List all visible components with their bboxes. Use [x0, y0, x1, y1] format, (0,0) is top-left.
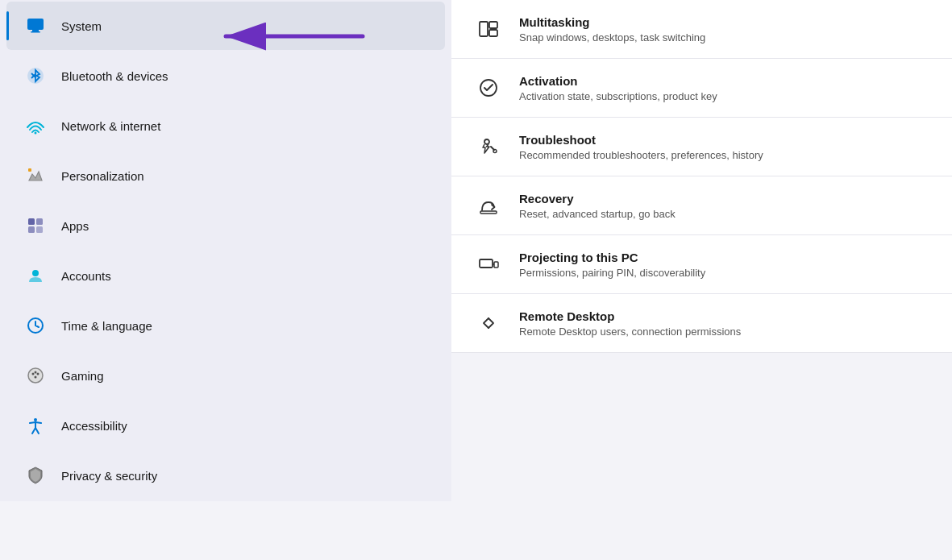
svg-rect-2 — [31, 31, 40, 33]
privacy-icon — [23, 463, 48, 488]
svg-rect-27 — [494, 262, 498, 268]
network-icon — [23, 113, 48, 139]
sidebar-item-gaming[interactable]: Gaming — [6, 351, 445, 400]
snap-settings-icon — [474, 15, 503, 44]
settings-title-activation: Activation — [519, 74, 717, 88]
svg-rect-21 — [489, 30, 497, 36]
svg-rect-6 — [28, 218, 35, 225]
svg-point-10 — [32, 270, 39, 276]
sidebar-item-label-gaming: Gaming — [61, 369, 104, 383]
sidebar-item-personalization[interactable]: Personalization — [6, 151, 445, 200]
settings-desc-activation: Activation state, subscriptions, product… — [519, 90, 717, 102]
settings-desc-recovery: Reset, advanced startup, go back — [519, 208, 676, 220]
settings-item-activation[interactable]: ActivationActivation state, subscription… — [451, 59, 952, 118]
settings-item-snap[interactable]: MultitaskingSnap windows, desktops, task… — [451, 0, 952, 59]
svg-rect-19 — [480, 22, 488, 36]
personalization-icon — [23, 163, 48, 189]
sidebar-item-network[interactable]: Network & internet — [6, 102, 445, 150]
svg-point-4 — [35, 132, 37, 135]
svg-rect-9 — [36, 226, 43, 233]
apps-icon — [23, 213, 48, 239]
svg-rect-25 — [480, 211, 497, 214]
sidebar-item-label-bluetooth: Bluetooth & devices — [61, 69, 168, 83]
sidebar-item-label-personalization: Personalization — [61, 169, 144, 183]
sidebar-item-label-accessibility: Accessibility — [61, 419, 127, 433]
settings-title-troubleshoot: Troubleshoot — [519, 133, 763, 147]
sidebar-item-label-privacy: Privacy & security — [61, 469, 157, 483]
settings-desc-troubleshoot: Recommended troubleshooters, preferences… — [519, 149, 763, 161]
settings-title-snap: Multitasking — [519, 15, 705, 29]
remotedesktop-settings-icon — [474, 309, 503, 338]
sidebar-item-label-network: Network & internet — [61, 119, 160, 133]
sidebar-item-apps[interactable]: Apps — [6, 201, 445, 250]
settings-title-recovery: Recovery — [519, 192, 676, 205]
gaming-icon — [23, 363, 48, 388]
settings-item-remotedesktop[interactable]: Remote DesktopRemote Desktop users, conn… — [451, 294, 952, 353]
bluetooth-icon — [23, 63, 48, 89]
svg-rect-8 — [28, 226, 35, 233]
settings-desc-remotedesktop: Remote Desktop users, connection permiss… — [519, 326, 741, 338]
settings-desc-snap: Snap windows, desktops, task switching — [519, 31, 705, 44]
svg-rect-5 — [28, 168, 31, 172]
svg-point-13 — [32, 373, 35, 375]
svg-rect-1 — [32, 30, 39, 31]
settings-title-remotedesktop: Remote Desktop — [519, 309, 741, 323]
settings-item-troubleshoot[interactable]: TroubleshootRecommended troubleshooters,… — [451, 118, 952, 176]
svg-rect-7 — [36, 218, 43, 225]
time-icon — [23, 313, 48, 338]
system-icon — [23, 13, 48, 39]
svg-rect-26 — [480, 259, 493, 268]
svg-rect-20 — [489, 22, 497, 28]
svg-point-15 — [35, 376, 37, 379]
sidebar-item-accessibility[interactable]: Accessibility — [6, 401, 445, 450]
troubleshoot-settings-icon — [474, 132, 503, 161]
recovery-settings-icon — [474, 191, 503, 220]
svg-point-23 — [484, 139, 489, 144]
svg-point-14 — [37, 373, 39, 375]
activation-settings-icon — [474, 73, 503, 102]
sidebar-item-system[interactable]: System — [6, 2, 445, 50]
settings-item-recovery[interactable]: RecoveryReset, advanced startup, go back — [451, 176, 952, 235]
svg-rect-0 — [27, 19, 44, 30]
sidebar-item-accounts[interactable]: Accounts — [6, 251, 445, 300]
accounts-icon — [23, 263, 48, 288]
svg-point-16 — [35, 371, 37, 374]
projecting-settings-icon — [474, 250, 503, 279]
sidebar-item-label-system: System — [61, 19, 102, 33]
sidebar-item-time[interactable]: Time & language — [6, 301, 445, 350]
settings-title-projecting: Projecting to this PC — [519, 251, 705, 264]
sidebar-item-label-apps: Apps — [61, 219, 89, 233]
sidebar-item-privacy[interactable]: Privacy & security — [6, 451, 445, 500]
svg-point-24 — [493, 150, 497, 153]
sidebar-item-label-time: Time & language — [61, 319, 152, 333]
settings-item-projecting[interactable]: Projecting to this PCPermissions, pairin… — [451, 235, 952, 294]
sidebar-item-label-accounts: Accounts — [61, 269, 111, 283]
settings-desc-projecting: Permissions, pairing PIN, discoverabilit… — [519, 267, 705, 279]
sidebar-item-bluetooth[interactable]: Bluetooth & devices — [6, 52, 445, 100]
svg-point-17 — [34, 418, 37, 421]
svg-point-12 — [28, 368, 43, 383]
accessibility-icon — [23, 413, 48, 438]
